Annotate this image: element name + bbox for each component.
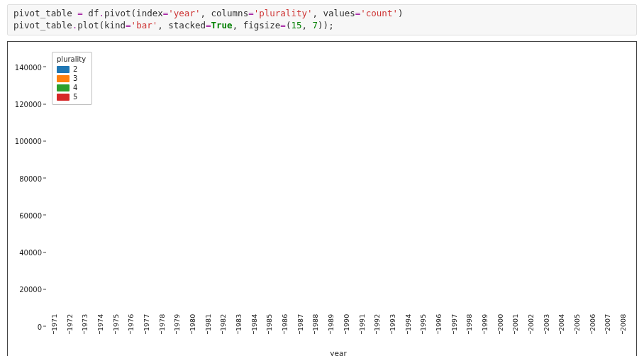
x-tick: 2002: [527, 313, 535, 330]
code-token: )): [318, 20, 328, 30]
x-tick: 1980: [189, 313, 196, 330]
legend-label: 5: [73, 92, 77, 102]
x-tick: 1985: [265, 313, 273, 330]
x-axis: year 19711972197319741975197619771978197…: [46, 327, 631, 356]
y-tick: 80000: [11, 174, 42, 182]
x-axis-label: year: [330, 349, 346, 356]
x-tick: 1984: [250, 313, 257, 330]
x-tick: 1994: [404, 313, 411, 330]
code-cell[interactable]: pivot_table = df.pivot(index='year', col…: [7, 4, 637, 35]
x-tick: 2004: [557, 313, 565, 330]
y-tick: 140000: [11, 63, 42, 71]
legend: plurality 2 3 4 5: [52, 52, 92, 106]
x-tick: 1972: [65, 313, 73, 330]
code-token: ,: [301, 20, 312, 30]
code-token: , values: [313, 8, 355, 18]
legend-label: 3: [73, 74, 77, 84]
x-tick: 1995: [419, 313, 427, 330]
code-token: 'year': [168, 8, 200, 18]
x-tick: 1976: [127, 313, 135, 330]
x-tick: 1999: [481, 313, 489, 330]
y-axis: 020000400006000080000100000120000140000: [8, 49, 46, 327]
code-token: plot: [77, 20, 99, 30]
x-tick: 2003: [542, 313, 550, 330]
code-token: ;: [328, 20, 334, 30]
x-tick: 2008: [619, 313, 627, 330]
x-tick: 1983: [235, 313, 243, 330]
x-tick: 1992: [373, 313, 381, 330]
x-tick: 1981: [204, 313, 211, 330]
x-tick: 1989: [327, 313, 335, 330]
code-token: , figsize: [233, 20, 281, 30]
code-token: 15: [291, 20, 301, 30]
chart-output: 020000400006000080000100000120000140000 …: [7, 41, 637, 356]
code-token: pivot_table: [13, 20, 72, 30]
x-tick: 1998: [465, 313, 473, 330]
x-tick: 1979: [173, 313, 181, 330]
legend-label: 4: [73, 83, 77, 93]
legend-swatch-3: [57, 75, 70, 82]
code-token: =: [77, 8, 83, 18]
code-token: 'bar': [131, 20, 158, 30]
legend-item: 4: [57, 83, 86, 92]
code-token: , stacked: [157, 20, 206, 30]
y-tick: 100000: [11, 138, 42, 145]
legend-item: 2: [57, 65, 86, 74]
x-tick: 1971: [50, 313, 57, 330]
plot-area: [46, 49, 631, 327]
x-tick: 1990: [342, 313, 350, 330]
bar-container: [46, 49, 631, 327]
x-tick: 1974: [96, 313, 104, 330]
y-tick: 40000: [11, 249, 42, 257]
code-token: (index: [131, 8, 163, 18]
x-tick: 1977: [142, 313, 150, 330]
x-tick: 2001: [511, 313, 519, 330]
x-tick: 1975: [111, 313, 119, 330]
code-token: True: [211, 20, 233, 30]
y-tick: 0: [11, 323, 42, 330]
legend-swatch-2: [57, 66, 70, 73]
code-token: =: [280, 20, 286, 30]
x-tick: 1986: [281, 313, 289, 330]
y-tick: 20000: [11, 286, 42, 294]
x-tick: 2000: [496, 313, 504, 330]
legend-label: 2: [73, 65, 77, 74]
legend-title: plurality: [57, 55, 86, 65]
x-tick: 1987: [296, 313, 304, 330]
code-token: pivot_table: [13, 8, 77, 18]
code-token: df: [83, 8, 99, 18]
legend-item: 5: [57, 92, 86, 101]
x-tick: 2007: [604, 313, 611, 330]
legend-item: 3: [57, 74, 86, 83]
x-tick: 1973: [81, 313, 89, 330]
x-tick: 2006: [588, 313, 596, 330]
legend-swatch-4: [57, 84, 70, 91]
code-token: =: [206, 20, 211, 30]
code-token: 'plurality': [254, 8, 313, 18]
code-token: 7: [313, 20, 318, 30]
x-tick: 1996: [434, 313, 442, 330]
code-token: .: [99, 8, 104, 18]
code-token: pivot: [104, 8, 131, 18]
x-tick: 1988: [311, 313, 319, 330]
y-tick: 120000: [11, 101, 42, 109]
y-tick: 60000: [11, 211, 42, 219]
x-tick: 1993: [388, 313, 396, 330]
legend-swatch-5: [57, 94, 70, 101]
code-token: ): [398, 8, 404, 18]
code-token: , columns: [200, 8, 248, 18]
code-token: =: [248, 8, 254, 18]
x-tick: 2005: [573, 313, 581, 330]
x-tick: 1997: [450, 313, 457, 330]
code-token: (kind: [99, 20, 126, 30]
notebook-page: pivot_table = df.pivot(index='year', col…: [0, 0, 644, 356]
code-token: =: [126, 20, 131, 30]
x-tick: 1991: [357, 313, 365, 330]
x-tick: 1982: [219, 313, 227, 330]
code-token: 'count': [360, 8, 398, 18]
x-tick: 1978: [157, 313, 165, 330]
